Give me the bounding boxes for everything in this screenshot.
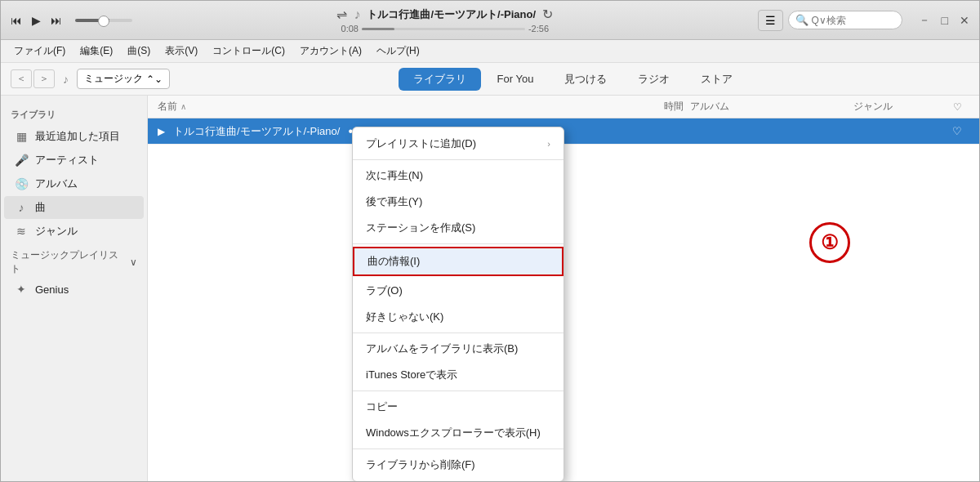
col-time-header[interactable]: 時間 [635, 100, 684, 114]
genius-icon: ✦ [14, 283, 29, 296]
artists-icon: 🎤 [14, 154, 29, 167]
separator-4 [353, 391, 564, 391]
context-menu-dislike[interactable]: 好きじゃない(K) [353, 304, 564, 330]
sidebar-item-songs[interactable]: ♪ 曲 [4, 196, 144, 219]
list-view-button[interactable]: ☰ [758, 10, 783, 31]
menubar: ファイル(F) 編集(E) 曲(S) 表示(V) コントロール(C) アカウント… [1, 40, 979, 63]
nav-arrows: ＜ ＞ [11, 69, 55, 88]
library-selector[interactable]: ミュージック ⌃⌄ [77, 69, 170, 89]
songs-icon: ♪ [14, 201, 29, 214]
sidebar-item-recently-added[interactable]: ▦ 最近追加した項目 [4, 125, 144, 148]
col-name-header[interactable]: 名前 ∧ [158, 100, 635, 114]
context-menu-song-info[interactable]: 曲の情報(I) [353, 247, 564, 276]
tab-store[interactable]: ストア [686, 68, 747, 91]
transport-controls: ⏮ ▶ ⏭ [7, 12, 65, 29]
menu-help[interactable]: ヘルプ(H) [370, 42, 426, 60]
albums-icon: 💿 [14, 177, 29, 190]
sidebar-playlist-section[interactable]: ミュージックプレイリスト ∨ [1, 243, 147, 278]
sidebar-item-artists[interactable]: 🎤 アーティスト [4, 149, 144, 172]
menu-edit[interactable]: 編集(E) [74, 42, 119, 60]
context-menu-love[interactable]: ラブ(O) [353, 278, 564, 304]
col-album-header[interactable]: アルバム [684, 100, 847, 114]
menu-view[interactable]: 表示(V) [158, 42, 204, 60]
elapsed-time: 0:08 [341, 24, 359, 33]
tab-library[interactable]: ライブラリ [399, 68, 481, 91]
repeat-button[interactable]: ↻ [542, 7, 553, 22]
table-header: 名前 ∧ 時間 アルバム ジャンル ♡ [148, 96, 979, 118]
sort-arrow-icon: ∧ [180, 102, 186, 111]
rewind-button[interactable]: ⏮ [7, 12, 25, 29]
context-menu-show-album[interactable]: アルバムをライブラリに表示(B) [353, 336, 564, 362]
sidebar-item-albums[interactable]: 💿 アルバム [4, 172, 144, 195]
separator-1 [353, 159, 564, 160]
col-genre-header[interactable]: ジャンル [847, 100, 945, 114]
row-heart-cell[interactable]: ♡ [945, 125, 969, 137]
sidebar: ライブラリ ▦ 最近追加した項目 🎤 アーティスト 💿 アルバム ♪ 曲 ≋ ジ… [1, 96, 148, 481]
menu-account[interactable]: アカウント(A) [293, 42, 368, 60]
submenu-arrow-icon: › [547, 139, 550, 149]
main-content: ライブラリ ▦ 最近追加した項目 🎤 アーティスト 💿 アルバム ♪ 曲 ≋ ジ… [1, 96, 979, 481]
context-menu-play-later[interactable]: 後で再生(Y) [353, 189, 564, 215]
play-button[interactable]: ▶ [29, 12, 44, 29]
context-menu-add-to-playlist[interactable]: プレイリストに追加(D) › [353, 131, 564, 157]
music-note-icon: ♪ [354, 7, 360, 22]
sidebar-item-genres[interactable]: ≋ ジャンル [4, 220, 144, 243]
fastforward-button[interactable]: ⏭ [47, 12, 65, 29]
shuffle-button[interactable]: ⇌ [336, 7, 347, 22]
maximize-button[interactable]: □ [938, 11, 951, 29]
context-menu-show-in-explorer[interactable]: Windowsエクスプローラーで表示(H) [353, 420, 564, 446]
menu-song[interactable]: 曲(S) [121, 42, 157, 60]
content-area: 名前 ∧ 時間 アルバム ジャンル ♡ ▶ [148, 96, 979, 481]
separator-2 [353, 243, 564, 244]
forward-button[interactable]: ＞ [33, 69, 55, 88]
now-playing-icon: ▶ [158, 126, 165, 137]
navbar: ＜ ＞ ♪ ミュージック ⌃⌄ ライブラリ For You 見つける ラジオ ス… [1, 63, 979, 96]
sidebar-item-label-genius: Genius [35, 283, 69, 296]
back-button[interactable]: ＜ [11, 69, 32, 88]
library-selector-label: ミュージック [84, 72, 143, 86]
remaining-time: -2:56 [528, 24, 549, 33]
genres-icon: ≋ [14, 225, 29, 238]
titlebar: ⏮ ▶ ⏭ ⇌ ♪ トルコ行進曲/モーツアルト/-Piano/ ↻ 0:08 -… [1, 1, 979, 40]
music-icon-button[interactable]: ♪ [61, 71, 70, 87]
sidebar-item-label-albums: アルバム [35, 176, 78, 191]
context-menu-show-itunes-store[interactable]: iTunes Storeで表示 [353, 362, 564, 388]
annotation-number: ① [809, 222, 850, 263]
tab-for-you[interactable]: For You [483, 69, 549, 89]
minimize-button[interactable]: － [915, 11, 933, 29]
sidebar-section-title: ライブラリ [1, 105, 147, 124]
library-selector-arrow: ⌃⌄ [146, 74, 163, 85]
progress-fill [362, 28, 394, 30]
sidebar-item-label-artists: アーティスト [35, 153, 99, 167]
context-menu-create-station[interactable]: ステーションを作成(S) [353, 215, 564, 241]
context-menu-delete-from-library[interactable]: ライブラリから削除(F) [353, 452, 564, 478]
song-info: ⇌ ♪ トルコ行進曲/モーツアルト/-Piano/ ↻ [336, 7, 553, 22]
tabs: ライブラリ For You 見つける ラジオ ストア [176, 68, 969, 91]
volume-slider[interactable] [75, 19, 132, 22]
context-menu: プレイリストに追加(D) › 次に再生(N) 後で再生(Y) ステーションを作成… [352, 127, 564, 481]
itunes-window: ⏮ ▶ ⏭ ⇌ ♪ トルコ行進曲/モーツアルト/-Piano/ ↻ 0:08 -… [0, 0, 980, 482]
progress-bar[interactable] [362, 28, 525, 30]
tab-radio[interactable]: ラジオ [623, 68, 684, 91]
playlist-section-label: ミュージックプレイリスト [11, 248, 127, 276]
now-playing: ⇌ ♪ トルコ行進曲/モーツアルト/-Piano/ ↻ 0:08 -2:56 [139, 7, 751, 33]
song-title: トルコ行進曲/モーツアルト/-Piano/ [367, 7, 536, 22]
window-controls: － □ ✕ [915, 11, 973, 29]
search-input[interactable] [812, 15, 893, 26]
playlist-arrow-icon: ∨ [130, 257, 137, 268]
tab-discover[interactable]: 見つける [550, 68, 621, 91]
menu-file[interactable]: ファイル(F) [7, 42, 72, 60]
separator-5 [353, 449, 564, 449]
context-menu-play-next[interactable]: 次に再生(N) [353, 163, 564, 189]
sidebar-item-label-recently-added: 最近追加した項目 [35, 129, 120, 144]
menu-controls[interactable]: コントロール(C) [206, 42, 292, 60]
titlebar-right: ☰ 🔍 [758, 10, 902, 31]
recently-added-icon: ▦ [14, 130, 29, 143]
search-box[interactable]: 🔍 [788, 11, 902, 29]
col-heart-header: ♡ [945, 101, 969, 113]
close-button[interactable]: ✕ [956, 11, 973, 29]
sidebar-item-label-songs: 曲 [35, 200, 46, 215]
sidebar-item-genius[interactable]: ✦ Genius [4, 279, 144, 300]
context-menu-copy[interactable]: コピー [353, 394, 564, 420]
search-icon: 🔍 [795, 14, 808, 26]
